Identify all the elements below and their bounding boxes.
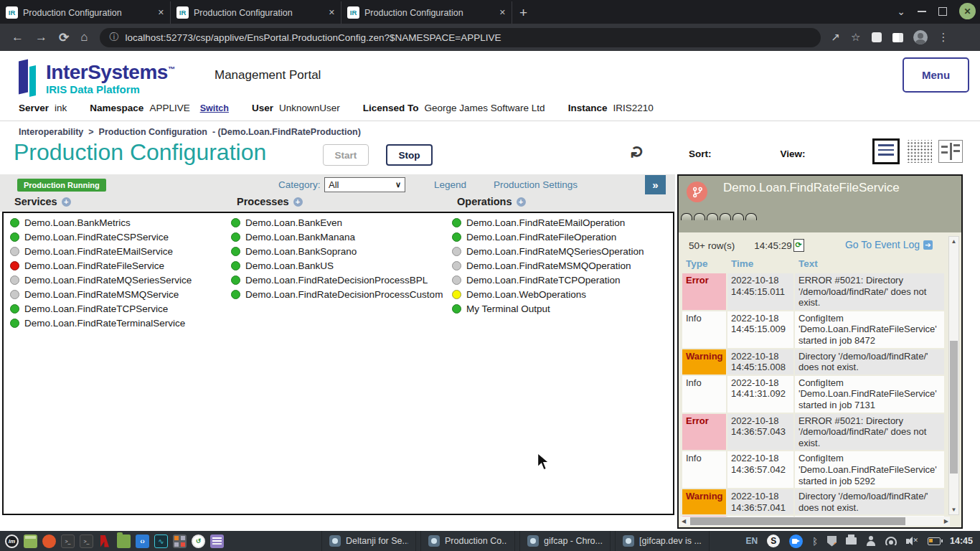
- tab-close-icon[interactable]: ✕: [158, 8, 164, 17]
- reload-icon[interactable]: ⟳: [59, 30, 69, 45]
- user-applet-icon[interactable]: [866, 536, 876, 546]
- operation-item[interactable]: Demo.Loan.FindRateFileOperation: [452, 230, 644, 244]
- bluetooth-icon[interactable]: ᛒ: [812, 536, 818, 547]
- zoom-tray-icon[interactable]: [789, 534, 803, 548]
- add-process-icon[interactable]: +: [293, 197, 303, 207]
- restore-icon[interactable]: [938, 7, 947, 16]
- browser-menu-icon[interactable]: ⋮: [938, 31, 949, 44]
- switch-link[interactable]: Switch: [200, 103, 229, 113]
- tab-search-icon[interactable]: ⌄: [897, 6, 905, 17]
- operation-item[interactable]: Demo.Loan.FindRateEMailOperation: [452, 215, 644, 230]
- process-item[interactable]: Demo.Loan.BankSoprano: [231, 244, 443, 258]
- breadcrumb-root[interactable]: Interoperability: [19, 127, 83, 137]
- scroll-down-icon[interactable]: ▼: [949, 507, 958, 513]
- update-shield-icon[interactable]: [827, 536, 837, 547]
- operation-item[interactable]: Demo.Loan.WebOperations: [452, 287, 644, 301]
- taskbar-window-button[interactable]: Production Co...: [420, 531, 515, 551]
- detail-tab[interactable]: [694, 213, 705, 220]
- minimize-icon[interactable]: [918, 11, 926, 12]
- go-to-event-log-link[interactable]: Go To Event Log ➔: [845, 239, 933, 250]
- volume-muted-icon[interactable]: [906, 537, 918, 546]
- horizontal-scrollbar[interactable]: ◀ ▶: [680, 517, 950, 526]
- service-item[interactable]: Demo.Loan.FindRateMSMQService: [10, 287, 192, 301]
- log-row[interactable]: Warning 2022-10-1814:45:15.008 Directory…: [682, 349, 944, 375]
- log-row[interactable]: Error 2022-10-1814:45:15.011 ERROR #5021…: [682, 273, 944, 310]
- site-info-icon[interactable]: ⓘ: [110, 31, 119, 44]
- orange-app-icon[interactable]: [42, 534, 56, 548]
- start-button[interactable]: Start: [323, 144, 369, 166]
- type-column-header[interactable]: Type: [682, 258, 730, 269]
- process-item[interactable]: Demo.Loan.BankManana: [231, 230, 443, 244]
- serial-terminal-icon[interactable]: ∿: [154, 534, 168, 548]
- service-item[interactable]: Demo.Loan.FindRateMQSeriesService: [10, 273, 192, 287]
- log-row[interactable]: Info 2022-10-1814:41:31.092 ConfigItem '…: [682, 376, 944, 413]
- browser-tab[interactable]: IR Production Configuration ✕: [341, 1, 512, 24]
- detail-tab[interactable]: [707, 213, 718, 220]
- browser-tab[interactable]: IR Production Configuration ✕: [171, 1, 341, 24]
- legend-link[interactable]: Legend: [434, 179, 466, 190]
- service-item[interactable]: Demo.Loan.BankMetrics: [10, 215, 192, 230]
- scroll-left-icon[interactable]: ◀: [682, 518, 686, 524]
- log-row[interactable]: Info 2022-10-1814:36:57.042 ConfigItem '…: [682, 451, 944, 488]
- bookmark-star-icon[interactable]: ☆: [851, 31, 860, 44]
- service-item[interactable]: Demo.Loan.FindRateCSPService: [10, 230, 192, 244]
- detail-tab[interactable]: [732, 213, 744, 220]
- taskbar-window-button[interactable]: [gifcap.dev is ...: [615, 531, 710, 551]
- process-item[interactable]: Demo.Loan.FindRateDecisionProcessBPL: [231, 273, 443, 287]
- list-view-icon[interactable]: [872, 138, 900, 164]
- new-tab-button[interactable]: +: [519, 5, 527, 21]
- operation-item[interactable]: Demo.Loan.FindRateMQSeriesOperation: [452, 244, 644, 258]
- scroll-up-icon[interactable]: ▲: [949, 238, 958, 245]
- file-manager-icon[interactable]: [117, 534, 131, 548]
- category-select[interactable]: All ∨: [324, 177, 405, 192]
- operation-item[interactable]: Demo.Loan.FindRateMSMQOperation: [452, 258, 644, 273]
- detail-tab[interactable]: [745, 213, 757, 220]
- add-operation-icon[interactable]: +: [517, 197, 526, 207]
- forward-icon[interactable]: →: [35, 30, 47, 44]
- sort-option[interactable]: [742, 153, 750, 156]
- stop-button[interactable]: Stop: [386, 144, 433, 166]
- log-row[interactable]: Warning 2022-10-1814:36:57.041 Directory…: [682, 489, 944, 514]
- printer-icon[interactable]: [846, 537, 857, 545]
- split-view-icon[interactable]: [938, 140, 963, 163]
- process-item[interactable]: Demo.Loan.BankUS: [231, 258, 443, 273]
- terminal-alt-icon[interactable]: >_: [80, 534, 93, 548]
- operation-item[interactable]: My Terminal Output: [452, 301, 644, 316]
- home-icon[interactable]: ⌂: [80, 30, 88, 44]
- service-item[interactable]: Demo.Loan.FindRateEMailService: [10, 244, 192, 258]
- vertical-scroll-thumb[interactable]: [950, 341, 958, 474]
- battery-icon[interactable]: [928, 537, 941, 545]
- process-item[interactable]: Demo.Loan.FindRateDecisionProcessCustom: [231, 287, 443, 301]
- process-item[interactable]: Demo.Loan.BankEven: [231, 215, 443, 230]
- sort-option[interactable]: [760, 153, 768, 156]
- backup-clock-icon[interactable]: ↺: [192, 534, 205, 548]
- text-editor-icon[interactable]: [24, 534, 37, 548]
- add-service-icon[interactable]: +: [62, 197, 71, 207]
- network-icon[interactable]: [885, 537, 897, 545]
- mint-menu-icon[interactable]: lm: [5, 534, 19, 548]
- service-item[interactable]: Demo.Loan.FindRateTCPService: [10, 301, 192, 316]
- grid-view-icon[interactable]: [906, 140, 932, 163]
- share-icon[interactable]: ↗: [831, 31, 841, 44]
- sort-option[interactable]: [724, 153, 732, 156]
- side-panel-icon[interactable]: [892, 33, 903, 42]
- skype-tray-icon[interactable]: S: [767, 534, 780, 547]
- horizontal-scroll-thumb[interactable]: [690, 517, 905, 525]
- log-row[interactable]: Error 2022-10-1814:36:57.043 ERROR #5021…: [682, 414, 944, 451]
- notes-icon[interactable]: [210, 534, 224, 548]
- text-column-header[interactable]: Text: [798, 258, 948, 269]
- back-icon[interactable]: ←: [11, 30, 24, 44]
- detail-tab[interactable]: [681, 213, 692, 220]
- time-column-header[interactable]: Time: [731, 258, 797, 269]
- browser-tab[interactable]: IR Production Configuration ✕: [0, 1, 171, 24]
- close-window-icon[interactable]: ✕: [959, 3, 976, 19]
- red-app-icon[interactable]: [98, 534, 112, 548]
- taskbar-window-button[interactable]: Deltanji for Se...: [321, 531, 416, 551]
- menu-button[interactable]: Menu: [903, 57, 969, 93]
- tab-close-icon[interactable]: ✕: [499, 8, 506, 17]
- expand-panel-button[interactable]: »: [645, 175, 666, 194]
- auto-refresh-icon[interactable]: ⟳: [793, 239, 804, 252]
- production-settings-link[interactable]: Production Settings: [494, 179, 578, 190]
- address-bar[interactable]: ⓘ localhost:52773/csp/applive/EnsPortal.…: [100, 28, 821, 47]
- keyboard-layout-indicator[interactable]: EN: [746, 536, 758, 546]
